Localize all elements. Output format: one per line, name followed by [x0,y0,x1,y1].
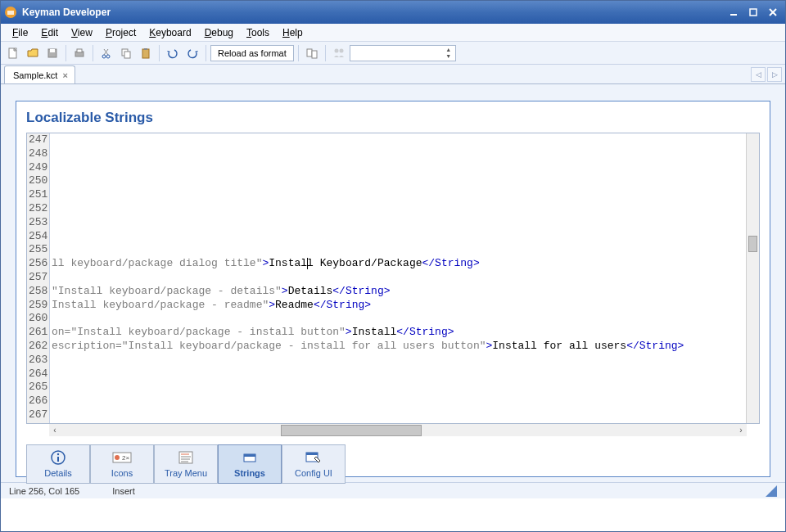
main-area: Localizable Strings 24724824925025125225… [1,84,785,482]
code-line[interactable] [52,381,746,394]
code-line[interactable] [52,367,746,381]
svg-rect-35 [244,454,255,457]
svg-rect-10 [77,49,82,52]
svg-rect-8 [50,49,55,52]
configui-icon [305,450,323,465]
toolbar: Reload as format ▲ ▼ [1,42,785,65]
details-icon [50,450,66,465]
resize-grip-icon[interactable] [766,485,777,497]
strings-icon [242,450,258,465]
window-arrange-button[interactable] [303,44,321,62]
tab-label: Icons [111,468,133,478]
menu-help[interactable]: Help [276,25,309,41]
code-line[interactable] [52,133,746,147]
menu-file[interactable]: File [6,25,34,41]
tab-details[interactable]: Details [26,444,90,484]
close-button[interactable] [764,5,782,20]
horizontal-scrollbar[interactable]: ‹ › [49,423,747,436]
vscroll-thumb[interactable] [748,236,757,252]
menu-edit[interactable]: Edit [34,25,65,41]
code-line[interactable] [52,147,746,161]
code-line[interactable] [52,394,746,408]
cut-button[interactable] [97,44,115,62]
titlebar: Keyman Developer [1,1,785,24]
menu-debug[interactable]: Debug [198,25,240,41]
svg-rect-19 [307,49,312,56]
code-line[interactable] [52,202,746,216]
paste-button[interactable] [137,44,155,62]
open-file-button[interactable] [24,44,42,62]
save-button[interactable] [43,44,61,62]
svg-text:2×: 2× [122,454,129,462]
code-line[interactable]: escription="Install keyboard/package - i… [52,340,746,354]
reload-format-button[interactable]: Reload as format [210,45,294,61]
tab-label: Config UI [295,468,332,478]
menu-view[interactable]: View [65,25,99,41]
code-line[interactable] [52,354,746,367]
spinner-up[interactable]: ▲ [444,47,454,53]
code-area[interactable]: ll keyboard/package dialog title">Instal… [50,133,746,423]
code-line[interactable] [52,230,746,244]
svg-point-21 [334,48,338,52]
window-title: Keyman Developer [22,7,111,18]
file-tab[interactable]: Sample.kct × [4,65,75,83]
code-line[interactable] [52,216,746,230]
code-line[interactable]: on="Install keyboard/package - install b… [52,326,746,340]
code-editor[interactable]: 2472482492502512522532542552562572582592… [26,133,760,424]
code-line[interactable] [52,408,746,422]
code-line[interactable]: Install keyboard/package - readme">Readm… [52,299,746,313]
spinner-down[interactable]: ▼ [444,53,454,60]
svg-point-24 [57,453,59,455]
line-gutter: 2472482492502512522532542552562572582592… [27,133,50,423]
code-line[interactable] [52,174,746,188]
file-tab-bar: Sample.kct × ◁ ▷ [1,65,785,84]
menu-keyboard[interactable]: Keyboard [142,25,197,41]
print-button[interactable] [70,44,88,62]
bottom-tabs: Details2×IconsTray MenuStringsConfig UI [26,444,760,484]
svg-point-27 [115,455,120,460]
menubar: FileEditViewProjectKeyboardDebugToolsHel… [1,24,785,42]
tab-label: Strings [234,468,265,478]
close-tab-icon[interactable]: × [62,70,67,80]
users-button[interactable] [330,44,348,62]
file-tab-label: Sample.kct [13,70,57,80]
svg-rect-25 [57,457,59,462]
menu-tools[interactable]: Tools [240,25,276,41]
tab-traymenu[interactable]: Tray Menu [154,444,218,484]
new-file-button[interactable] [4,44,22,62]
panel-title: Localizable Strings [26,110,760,126]
status-position: Line 256, Col 165 [9,486,79,496]
code-line[interactable] [52,188,746,202]
tab-scroll-left[interactable]: ◁ [751,67,766,82]
code-line[interactable] [52,243,746,257]
vertical-scrollbar[interactable] [746,133,759,423]
hscroll-left[interactable]: ‹ [49,425,61,436]
svg-point-13 [102,55,106,58]
redo-button[interactable] [183,44,201,62]
undo-button[interactable] [164,44,182,62]
tab-configui[interactable]: Config UI [282,444,346,484]
hscroll-right[interactable]: › [735,425,747,436]
tab-icons[interactable]: 2×Icons [90,444,154,484]
copy-button[interactable] [117,44,135,62]
code-line[interactable] [52,312,746,326]
svg-rect-37 [306,453,318,455]
tab-scroll-right[interactable]: ▷ [767,67,782,82]
hscroll-thumb[interactable] [281,425,422,436]
code-line[interactable]: "Install keyboard/package - details">Det… [52,285,746,299]
minimize-button[interactable] [725,5,743,20]
svg-point-14 [106,55,110,58]
maximize-button[interactable] [744,5,762,20]
traymenu-icon [178,450,194,465]
icons-icon: 2× [112,450,132,465]
format-combo[interactable]: ▲ ▼ [350,45,456,61]
svg-rect-18 [144,48,147,50]
code-line[interactable] [52,161,746,175]
menu-project[interactable]: Project [99,25,142,41]
tab-label: Details [44,468,72,478]
tab-strings[interactable]: Strings [218,444,282,484]
code-line[interactable]: ll keyboard/package dialog title">Instal… [52,257,746,271]
svg-rect-17 [142,49,149,58]
code-line[interactable] [52,271,746,285]
app-icon [4,6,17,19]
